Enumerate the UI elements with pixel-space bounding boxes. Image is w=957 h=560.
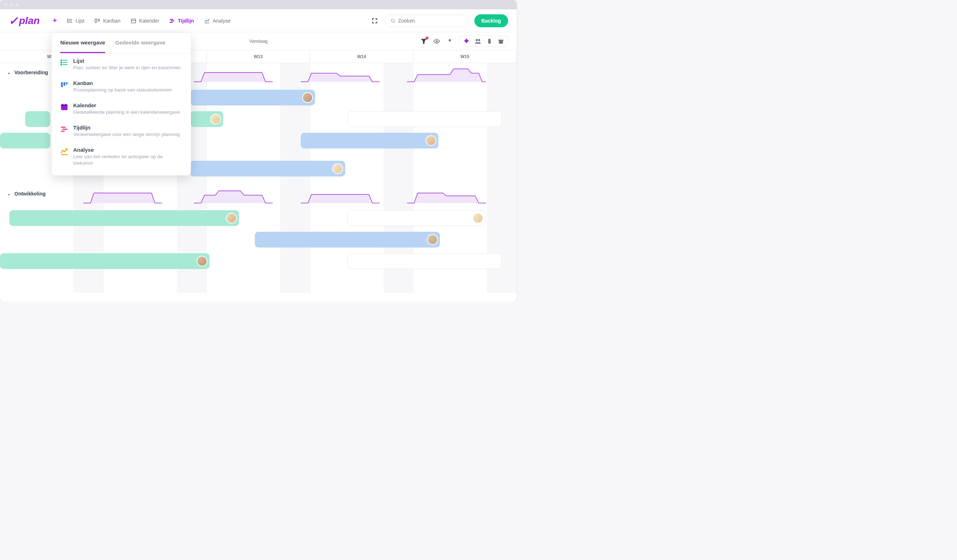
section-label: Ontwikkeling	[14, 191, 46, 197]
view-tab-label: Tijdlijn	[178, 18, 194, 24]
svg-point-27	[61, 64, 62, 65]
svg-point-3	[68, 19, 68, 20]
timeline-bar[interactable]	[190, 161, 345, 177]
list-icon	[67, 18, 73, 24]
svg-rect-29	[63, 82, 65, 86]
chevron-down-icon: ⌄	[7, 70, 11, 75]
svg-point-4	[68, 21, 68, 21]
dropdown-item-desc: Gedetailleerde planning in een kalenderw…	[73, 109, 182, 116]
nav-bar: ✓plan + Lijst Kanban Kalender Tijdlijn	[0, 9, 517, 32]
svg-rect-8	[131, 19, 136, 23]
visibility-icon[interactable]	[433, 38, 440, 44]
avatar	[332, 163, 343, 174]
svg-rect-7	[98, 19, 99, 21]
week-cell: W15	[414, 50, 517, 63]
capacity-chart	[194, 187, 273, 205]
dropdown-item-title: Kanban	[73, 80, 182, 86]
window-dot	[4, 3, 7, 6]
dropdown-item-desc: Procesplanning op basis van statuskolomm…	[73, 87, 182, 94]
view-tab-label: Kalender	[139, 18, 160, 24]
dropdown-item-tijdlijn[interactable]: Tijdlijn Strokenweergave voor een lange …	[52, 120, 191, 142]
svg-rect-34	[65, 104, 66, 105]
toolbar-icons	[420, 36, 508, 47]
timeline-bar[interactable]	[347, 253, 502, 269]
svg-rect-10	[170, 19, 173, 20]
search-icon	[391, 18, 395, 24]
svg-point-26	[61, 62, 62, 63]
logo[interactable]: ✓plan	[9, 14, 40, 28]
capacity-chart	[407, 187, 486, 205]
app-window: ✓plan + Lijst Kanban Kalender Tijdlijn	[0, 0, 517, 301]
team-icon[interactable]	[475, 38, 481, 44]
window-title-bar	[0, 0, 517, 9]
timeline-bar[interactable]	[301, 133, 439, 148]
plugin-icon[interactable]	[463, 38, 470, 44]
timeline-bar[interactable]	[25, 111, 50, 127]
dropdown-item-desc: Plan, sorteer en filter je werk in rijen…	[73, 65, 182, 71]
svg-point-14	[391, 19, 394, 22]
section-header-voorbereiding[interactable]: ⌄ Voorbereiding	[7, 69, 48, 75]
timeline-bar[interactable]	[0, 253, 210, 269]
today-label[interactable]: Vandaag	[249, 38, 267, 44]
filter-icon[interactable]	[420, 38, 427, 44]
svg-rect-37	[61, 131, 65, 132]
view-options-group	[459, 36, 508, 47]
list-icon	[60, 58, 68, 66]
timeline-bar[interactable]	[347, 111, 502, 127]
view-tabs: Lijst Kanban Kalender Tijdlijn Analyse	[67, 18, 231, 24]
avatar	[226, 213, 237, 224]
timeline-icon	[169, 18, 175, 24]
svg-point-25	[61, 60, 62, 61]
view-tab-lijst[interactable]: Lijst	[67, 18, 85, 24]
svg-rect-30	[66, 82, 68, 85]
section-header-ontwikkeling[interactable]: ⌄ Ontwikkeling	[7, 191, 46, 197]
week-cell: W13	[207, 50, 310, 63]
view-tab-analyse[interactable]: Analyse	[204, 18, 231, 24]
svg-rect-19	[488, 39, 491, 44]
dropdown-tab-shared[interactable]: Gedeelde weergave	[115, 33, 166, 53]
chevron-down-icon: ⌄	[7, 191, 11, 196]
view-tab-label: Kanban	[103, 18, 120, 24]
dropdown-item-lijst[interactable]: Lijst Plan, sorteer en filter je werk in…	[52, 54, 191, 76]
search-input[interactable]	[398, 18, 461, 24]
kanban-icon	[95, 18, 100, 24]
fullscreen-icon[interactable]	[372, 18, 377, 24]
timeline-bar[interactable]	[9, 210, 239, 226]
svg-rect-32	[61, 104, 68, 106]
dropdown-item-analyse[interactable]: Analyse Leer van het verleden en anticip…	[52, 142, 191, 172]
timeline-bar[interactable]	[190, 90, 315, 106]
view-tab-label: Analyse	[213, 18, 231, 24]
dropdown-item-kalender[interactable]: Kalender Gedetailleerde planning in een …	[52, 98, 191, 120]
timeline-bar[interactable]	[190, 111, 223, 127]
svg-point-5	[68, 22, 68, 23]
window-dot	[16, 3, 19, 6]
timeline-bar[interactable]	[347, 210, 486, 226]
svg-rect-21	[499, 41, 503, 43]
search-box[interactable]	[385, 15, 467, 27]
capacity-chart	[407, 66, 486, 83]
chart-icon	[60, 147, 68, 155]
timeline-bar[interactable]	[0, 133, 50, 148]
svg-rect-35	[61, 127, 66, 128]
avatar	[472, 213, 483, 224]
view-tab-tijdlijn[interactable]: Tijdlijn	[169, 18, 194, 24]
archive-icon[interactable]	[498, 38, 504, 44]
tools-icon[interactable]	[446, 38, 453, 44]
resource-icon[interactable]	[486, 38, 493, 44]
add-view-dropdown: Nieuwe weergave Gedeelde weergave Lijst …	[52, 33, 191, 175]
backlog-button[interactable]: Backlog	[474, 14, 508, 27]
avatar	[302, 92, 313, 103]
svg-rect-12	[170, 22, 172, 23]
svg-line-15	[394, 22, 394, 22]
dropdown-item-kanban[interactable]: Kanban Procesplanning op basis van statu…	[52, 76, 191, 98]
dropdown-item-desc: Strokenweergave voor een lange termijn p…	[73, 131, 182, 138]
timeline-bar[interactable]	[255, 232, 440, 248]
view-tab-kanban[interactable]: Kanban	[95, 18, 120, 24]
dropdown-item-title: Kalender	[73, 102, 182, 108]
dropdown-tab-new[interactable]: Nieuwe weergave	[60, 33, 105, 53]
window-dot	[10, 3, 13, 6]
svg-rect-28	[61, 82, 63, 87]
add-view-button[interactable]: +	[50, 16, 60, 26]
view-tab-kalender[interactable]: Kalender	[131, 18, 160, 24]
avatar	[210, 114, 221, 125]
